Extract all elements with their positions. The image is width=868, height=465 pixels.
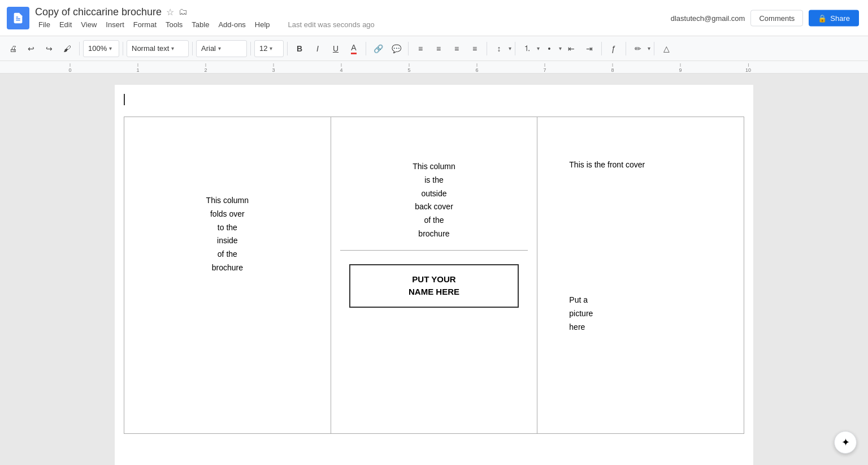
divider-9 [515, 42, 515, 55]
ruler-mark-7: 7 [543, 63, 546, 73]
formula-button[interactable]: ƒ [605, 40, 622, 57]
divider-7 [408, 42, 409, 55]
col2-name-box[interactable]: PUT YOURNAME HERE [349, 264, 518, 308]
size-arrow: ▾ [270, 45, 272, 51]
share-button[interactable]: 🔒 Share [809, 10, 859, 26]
style-arrow: ▾ [171, 45, 174, 51]
undo-button[interactable]: ↩ [23, 40, 40, 57]
style-value: Normal text [132, 44, 169, 53]
menu-help[interactable]: Help [251, 19, 274, 30]
share-label: Share [830, 14, 850, 22]
brochure-col-2[interactable]: This columnis theoutsideback coverof the… [331, 117, 537, 434]
ruler-mark-5: 5 [407, 63, 410, 73]
comments-button[interactable]: Comments [750, 10, 803, 26]
app-icon [7, 7, 29, 29]
divider-2 [123, 42, 123, 55]
menu-insert[interactable]: Insert [102, 19, 128, 30]
ruler-mark-1: 1 [136, 63, 139, 73]
zoom-arrow: ▾ [109, 45, 112, 51]
ruler-mark-9: 9 [679, 63, 682, 73]
font-arrow: ▾ [218, 45, 221, 51]
cursor-line [124, 94, 125, 105]
divider-12 [654, 42, 654, 55]
bullet-list-button[interactable]: • [541, 40, 558, 57]
underline-button[interactable]: U [327, 40, 344, 57]
ruler-mark-2: 2 [204, 63, 207, 73]
brochure-col-3[interactable]: This is the front cover Put apicturehere [537, 117, 744, 434]
brochure-col-1[interactable]: This columnfolds overto theinsideof theb… [124, 117, 331, 434]
star-icon[interactable]: ☆ [166, 7, 174, 18]
ruler-mark-6: 6 [475, 63, 478, 73]
col2-name-text: PUT YOURNAME HERE [362, 273, 506, 299]
increase-indent-button[interactable]: ⇥ [581, 40, 598, 57]
line-spacing-button[interactable]: ↕ [491, 40, 507, 57]
lock-icon: 🔒 [818, 14, 827, 22]
draw-arrow: ▾ [648, 45, 650, 51]
top-bar: Copy of chiccarine brochure ☆ 🗂 File Edi… [0, 0, 868, 36]
doc-title[interactable]: Copy of chiccarine brochure [35, 6, 162, 18]
decrease-indent-button[interactable]: ⇤ [563, 40, 580, 57]
ruler-mark-3: 3 [272, 63, 275, 73]
menu-addons[interactable]: Add-ons [215, 19, 249, 30]
last-edit-status: Last edit was seconds ago [285, 19, 378, 30]
ruler-mark-0: 0 [68, 63, 71, 73]
align-justify-button[interactable]: ≡ [466, 40, 483, 57]
divider-10 [601, 42, 602, 55]
align-right-button[interactable]: ≡ [448, 40, 465, 57]
col3-picture: Put apicturehere [569, 294, 735, 334]
menu-format[interactable]: Format [130, 19, 160, 30]
top-right-actions: dlastutech@gmail.com Comments 🔒 Share [671, 10, 859, 26]
collapse-toolbar-button[interactable]: △ [658, 40, 675, 57]
menu-tools[interactable]: Tools [162, 19, 186, 30]
numbered-list-button[interactable]: ⒈ [519, 40, 536, 57]
document-area[interactable]: This columnfolds overto theinsideof theb… [0, 74, 868, 465]
menu-table[interactable]: Table [188, 19, 212, 30]
col2-separator [340, 250, 528, 251]
col2-top-text: This columnis theoutsideback coverof the… [340, 160, 528, 241]
divider-1 [79, 42, 80, 55]
divider-8 [487, 42, 487, 55]
paint-format-button[interactable]: 🖌 [59, 40, 76, 57]
style-dropdown[interactable]: Normal text ▾ [127, 40, 189, 57]
divider-3 [192, 42, 193, 55]
comment-inline-button[interactable]: 💬 [388, 40, 405, 57]
ruler-mark-4: 4 [340, 63, 342, 73]
divider-11 [626, 42, 626, 55]
col3-title: This is the front cover [569, 160, 735, 169]
font-dropdown[interactable]: Arial ▾ [196, 40, 247, 57]
toolbar: 🖨 ↩ ↪ 🖌 100% ▾ Normal text ▾ Arial ▾ 12 … [0, 36, 868, 61]
line-spacing-arrow: ▾ [509, 45, 511, 51]
bullet-list-arrow: ▾ [559, 45, 562, 51]
link-button[interactable]: 🔗 [370, 40, 387, 57]
ruler-inner: 0 1 2 3 4 5 6 7 8 9 10 [36, 61, 868, 73]
divider-6 [366, 42, 366, 55]
size-value: 12 [259, 44, 267, 53]
brochure-row: This columnfolds overto theinsideof theb… [124, 117, 744, 434]
draw-button[interactable]: ✏ [630, 40, 646, 57]
menu-file[interactable]: File [35, 19, 54, 30]
menu-edit[interactable]: Edit [56, 19, 75, 30]
print-button[interactable]: 🖨 [5, 40, 21, 57]
ruler-mark-10: 10 [745, 63, 751, 73]
text-color-button[interactable]: A [345, 40, 362, 57]
user-email[interactable]: dlastutech@gmail.com [671, 14, 745, 22]
redo-button[interactable]: ↪ [41, 40, 58, 57]
numbered-list-arrow: ▾ [537, 45, 540, 51]
text-color-indicator: A [351, 43, 356, 54]
bold-button[interactable]: B [291, 40, 308, 57]
ruler-mark-8: 8 [611, 63, 614, 73]
folder-icon[interactable]: 🗂 [179, 7, 188, 17]
italic-button[interactable]: I [309, 40, 326, 57]
col1-text: This columnfolds overto theinsideof theb… [133, 194, 322, 275]
divider-5 [287, 42, 288, 55]
ai-assistant-button[interactable]: ✦ [834, 431, 857, 454]
menu-view[interactable]: View [77, 19, 100, 30]
align-left-button[interactable]: ≡ [412, 40, 429, 57]
zoom-dropdown[interactable]: 100% ▾ [83, 40, 119, 57]
zoom-value: 100% [88, 44, 107, 53]
align-center-button[interactable]: ≡ [430, 40, 447, 57]
size-dropdown[interactable]: 12 ▾ [254, 40, 284, 57]
font-value: Arial [201, 44, 216, 53]
page: This columnfolds overto theinsideof theb… [115, 85, 753, 465]
divider-4 [250, 42, 251, 55]
